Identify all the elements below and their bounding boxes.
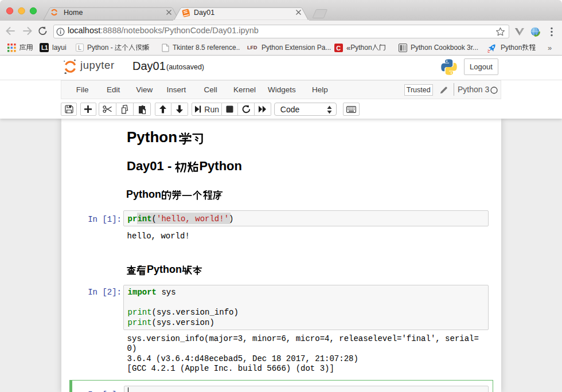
svg-text:Day01: Day01 — [194, 9, 214, 17]
svg-text:L1: L1 — [41, 45, 48, 51]
svg-text:Home: Home — [64, 9, 83, 17]
svg-text:C: C — [336, 44, 341, 51]
svg-text:L: L — [78, 44, 81, 51]
